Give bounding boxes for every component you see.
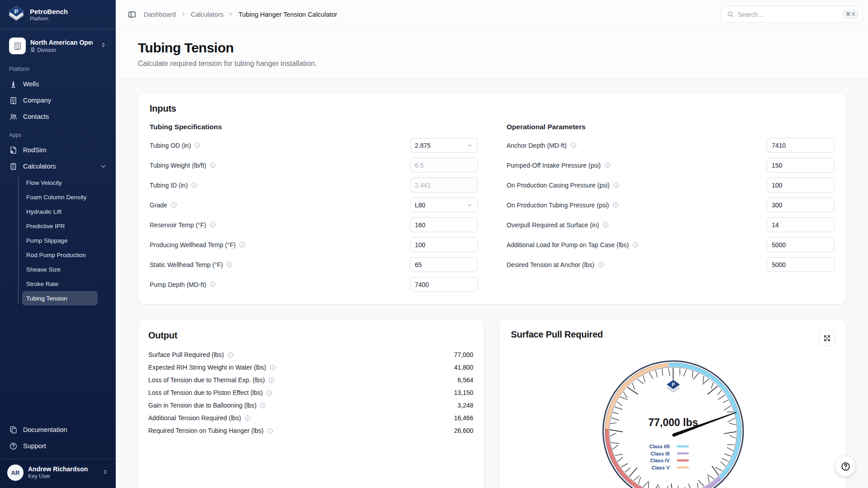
info-icon[interactable]	[570, 142, 577, 149]
grade-select[interactable]: L80	[410, 197, 478, 212]
search-input[interactable]	[738, 11, 839, 18]
info-icon[interactable]	[191, 182, 198, 188]
sidebar-item-wells[interactable]: Wells	[0, 76, 116, 92]
info-icon[interactable]	[612, 202, 619, 208]
sidebar-subitem-hydraulic-lift[interactable]: Hydraulic Lift	[22, 204, 98, 219]
sidebar-subitem-pump-slippage[interactable]: Pump Slippage	[22, 233, 98, 248]
field-label: Tubing ID (in)	[150, 182, 198, 189]
pump-depth-md-ft-input[interactable]: 7400	[410, 277, 478, 292]
tubing-weight-lb-ft-input: 6.5	[410, 158, 478, 173]
user-name: Andrew Richardson	[28, 465, 88, 473]
field-row: Reservoir Temp (°F) 160	[150, 217, 478, 232]
field-row: Desired Tension at Anchor (lbs) 5000	[507, 257, 835, 272]
expand-button[interactable]	[819, 330, 835, 346]
org-switcher[interactable]: North American Operations Division	[5, 35, 110, 57]
static-wellhead-temp-f-input[interactable]: 65	[410, 257, 478, 272]
sidebar-item-support[interactable]: Support	[0, 438, 116, 454]
info-icon[interactable]	[602, 221, 609, 228]
info-icon[interactable]	[209, 221, 216, 228]
pumped-off-intake-pressure-psi-input[interactable]: 150	[767, 158, 835, 173]
sidebar-item-calculators[interactable]: Calculators	[0, 158, 116, 174]
info-icon[interactable]	[209, 281, 216, 288]
field-label: Desired Tension at Anchor (lbs)	[507, 261, 604, 268]
sidebar-item-label: Calculators	[23, 163, 56, 170]
info-icon[interactable]	[239, 241, 245, 248]
field-label: Anchor Depth (MD-ft)	[507, 142, 577, 149]
division-building-icon	[30, 47, 35, 53]
sidebar-toggle-button[interactable]	[126, 8, 138, 21]
field-row: Tubing Weight (lb/ft) 6.5	[150, 158, 478, 173]
overpull-required-at-surface-in-input[interactable]: 14	[767, 217, 835, 232]
brand-name: PetroBench	[30, 8, 68, 16]
anchor-depth-md-ft-input[interactable]: 7410	[767, 138, 835, 153]
field-row: Tubing ID (in) 2.441	[150, 178, 478, 192]
help-circle-icon	[9, 442, 18, 450]
org-building-icon	[9, 38, 26, 54]
info-icon[interactable]	[604, 162, 611, 169]
breadcrumb-item[interactable]: Calculators	[191, 11, 224, 18]
info-icon[interactable]	[598, 261, 604, 268]
sidebar-subitem-foam-column-density[interactable]: Foam Column Density	[22, 190, 98, 204]
info-icon[interactable]	[267, 427, 274, 434]
field-row: Pump Depth (MD-ft) 7400	[150, 277, 478, 292]
chevron-down-icon	[467, 202, 473, 208]
field-label: On Production Casing Pressure (psi)	[507, 182, 620, 189]
output-label: Surface Pull Required (lbs)	[148, 351, 234, 358]
reservoir-temp-f-input[interactable]: 160	[410, 217, 478, 232]
legend-swatch	[677, 446, 689, 448]
output-row: Gain in Tension due to Ballooning (lbs) …	[148, 399, 473, 412]
info-icon[interactable]	[266, 389, 273, 396]
field-value: 100	[772, 182, 782, 189]
sidebar-subitem-sheave-size[interactable]: Sheave Size	[22, 262, 98, 277]
sidebar-subitem-flow-velocity[interactable]: Flow Velocity	[22, 175, 98, 190]
sidebar-subitem-tubing-tension[interactable]: Tubing Tension	[22, 291, 98, 305]
field-row: Static Wellhead Temp (°F) 65	[150, 257, 478, 272]
producing-wellhead-temp-f-input[interactable]: 100	[410, 237, 478, 252]
field-value: 160	[415, 221, 425, 229]
field-row: On Production Tubing Pressure (psi) 300	[507, 197, 835, 212]
field-value: 150	[772, 162, 782, 169]
info-icon[interactable]	[269, 364, 276, 371]
sidebar-item-contacts[interactable]: Contacts	[0, 108, 116, 125]
sidebar-subitem-rod-pump-production[interactable]: Rod Pump Production	[22, 248, 98, 262]
info-icon[interactable]	[613, 182, 620, 188]
output-label: Required Tension on Tubing Hanger (lbs)	[148, 427, 274, 434]
output-row: Loss of Tension due to Thermal Exp. (lbs…	[148, 374, 473, 386]
chevron-right-icon	[228, 11, 234, 17]
output-value: 13,150	[454, 389, 473, 396]
info-icon[interactable]	[244, 415, 251, 422]
sidebar-item-label: Contacts	[23, 113, 49, 120]
user-menu[interactable]: AR Andrew Richardson Key User	[0, 459, 116, 488]
tubing-id-in-input: 2.441	[410, 178, 478, 192]
info-icon[interactable]	[170, 202, 177, 208]
on-production-tubing-pressure-psi-input[interactable]: 300	[767, 197, 835, 212]
topbar: DashboardCalculatorsTubing Hanger Tensio…	[116, 0, 868, 29]
sidebar-item-documentation[interactable]: Documentation	[0, 422, 116, 438]
field-row: Producing Wellhead Temp (°F) 100	[150, 237, 478, 252]
sidebar-item-label: Company	[23, 97, 51, 104]
breadcrumb-item[interactable]: Dashboard	[144, 11, 176, 18]
sidebar-subitem-predictive-ipr[interactable]: Predictive IPR	[22, 219, 98, 233]
legend-label: Class IV	[650, 458, 670, 463]
info-icon[interactable]	[194, 142, 201, 149]
gauge-svg: P77,000 lbsClass I/IIClass IIIClass IVCl…	[601, 359, 745, 488]
help-button[interactable]	[835, 456, 855, 476]
calculator-icon	[9, 162, 18, 171]
on-production-casing-pressure-psi-input[interactable]: 100	[767, 178, 835, 192]
desired-tension-at-anchor-lbs-input[interactable]: 5000	[767, 257, 835, 272]
field-value: 2.441	[415, 182, 431, 189]
chevrons-up-down-icon	[102, 469, 108, 477]
additional-load-for-pump-on-tap-case-lbs-input[interactable]: 5000	[767, 237, 835, 252]
output-row: Surface Pull Required (lbs) 77,000	[148, 348, 473, 361]
info-icon[interactable]	[259, 402, 266, 409]
sidebar-item-rodsim[interactable]: RodSim	[0, 142, 116, 158]
field-label: On Production Tubing Pressure (psi)	[507, 202, 619, 209]
info-icon[interactable]	[268, 377, 275, 384]
sidebar-item-company[interactable]: Company	[0, 92, 116, 108]
sidebar-subitem-stroke-rate[interactable]: Stroke Rate	[22, 277, 98, 291]
info-icon[interactable]	[632, 241, 639, 248]
info-icon[interactable]	[227, 352, 234, 358]
tubing-od-in-select[interactable]: 2.875	[410, 138, 478, 153]
info-icon[interactable]	[209, 162, 216, 169]
info-icon[interactable]	[226, 261, 233, 268]
